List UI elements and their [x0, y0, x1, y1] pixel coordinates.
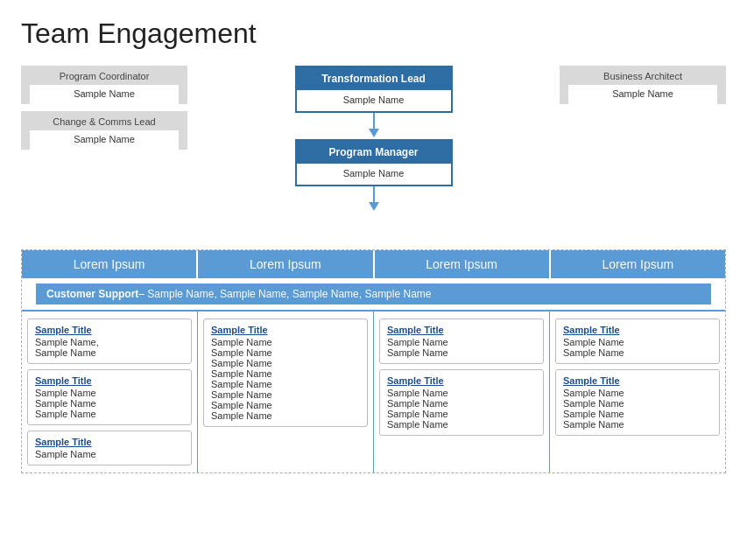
transformation-lead-name: Sample Name	[297, 90, 451, 111]
program-coordinator-box: Program Coordinator Sample Name	[21, 66, 187, 104]
left-stack: Program Coordinator Sample Name Change &…	[21, 66, 187, 150]
business-architect-name: Sample Name	[568, 85, 717, 104]
col1-card2-title: Sample Title	[35, 375, 184, 386]
col1-card-1: Sample Title Sample Name,Sample Name	[27, 318, 192, 364]
svg-marker-3	[369, 202, 379, 211]
change-comms-box: Change & Comms Lead Sample Name	[21, 111, 187, 150]
col2-card-1: Sample Title Sample NameSample NameSampl…	[203, 318, 368, 427]
col-header-1: Lorem Ipsum	[22, 250, 198, 278]
top-section: Program Coordinator Sample Name Change &…	[21, 66, 726, 241]
col1-card1-title: Sample Title	[35, 325, 184, 335]
program-manager-box: Program Manager Sample Name	[295, 139, 453, 186]
col4-card-1: Sample Title Sample NameSample Name	[555, 318, 720, 364]
columns-body: Sample Title Sample Name,Sample Name Sam…	[22, 310, 725, 472]
col-body-1: Sample Title Sample Name,Sample Name Sam…	[22, 312, 198, 472]
program-coordinator-name: Sample Name	[30, 85, 179, 104]
col1-card-3: Sample Title Sample Name	[27, 430, 192, 466]
right-stack: Business Architect Sample Name	[560, 66, 726, 104]
col3-card-1: Sample Title Sample NameSample Name	[379, 318, 544, 364]
col-body-2: Sample Title Sample NameSample NameSampl…	[198, 312, 374, 472]
program-manager-title: Program Manager	[297, 141, 451, 164]
col-header-4: Lorem Ipsum	[551, 250, 725, 278]
business-architect-title: Business Architect	[568, 71, 717, 81]
col1-card3-title: Sample Title	[35, 437, 184, 447]
columns-header: Lorem Ipsum Lorem Ipsum Lorem Ipsum Lore…	[22, 250, 725, 278]
col4-card-2: Sample Title Sample NameSample NameSampl…	[555, 369, 720, 436]
customer-support-label: Customer Support	[46, 288, 138, 300]
col3-card-2: Sample Title Sample NameSample NameSampl…	[379, 369, 544, 436]
col-body-3: Sample Title Sample NameSample Name Samp…	[374, 312, 550, 472]
col3-card1-title: Sample Title	[387, 325, 536, 335]
customer-support-bar: Customer Support– Sample Name, Sample Na…	[29, 284, 718, 304]
arrow-down-1	[363, 113, 384, 139]
col4-card2-title: Sample Title	[563, 375, 712, 386]
col-body-4: Sample Title Sample NameSample Name Samp…	[550, 312, 725, 472]
customer-support-names: – Sample Name, Sample Name, Sample Name,…	[138, 288, 431, 300]
program-coordinator-title: Program Coordinator	[30, 71, 179, 81]
program-manager-name: Sample Name	[297, 164, 451, 185]
col3-card2-title: Sample Title	[387, 375, 536, 386]
change-comms-name: Sample Name	[30, 130, 179, 150]
transformation-lead-box: Transformation Lead Sample Name	[295, 66, 453, 113]
svg-marker-1	[369, 129, 379, 137]
business-architect-box: Business Architect Sample Name	[560, 66, 726, 104]
org-container: Lorem Ipsum Lorem Ipsum Lorem Ipsum Lore…	[21, 249, 726, 473]
center-hierarchy: Transformation Lead Sample Name Program …	[295, 66, 453, 213]
col-header-3: Lorem Ipsum	[375, 250, 551, 278]
col2-card1-title: Sample Title	[211, 325, 360, 335]
arrow-down-2	[363, 186, 384, 213]
page-title: Team Engagement	[21, 18, 726, 50]
change-comms-title: Change & Comms Lead	[30, 116, 179, 127]
transformation-lead-title: Transformation Lead	[297, 67, 451, 90]
col4-card1-title: Sample Title	[563, 325, 712, 335]
col1-card-2: Sample Title Sample NameSample NameSampl…	[27, 369, 192, 425]
col-header-2: Lorem Ipsum	[198, 250, 374, 278]
